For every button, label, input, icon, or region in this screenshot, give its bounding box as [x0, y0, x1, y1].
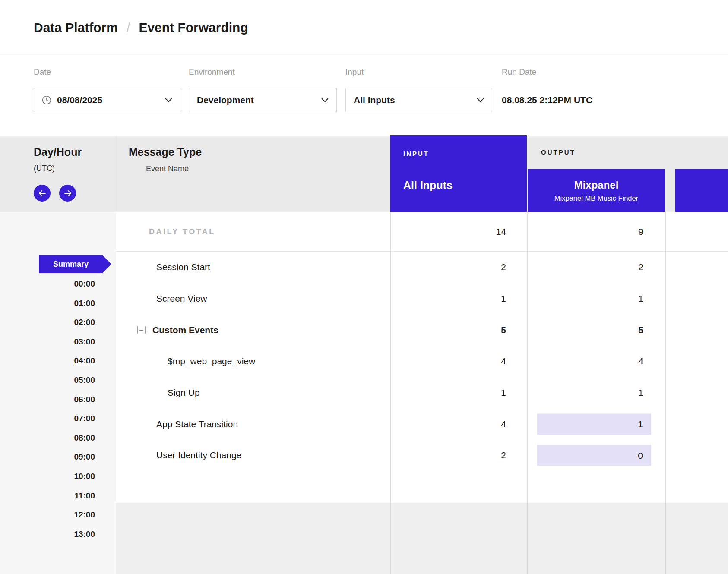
hour-item[interactable]: 08:00 — [0, 429, 95, 448]
hour-item[interactable]: 00:00 — [0, 274, 95, 294]
output-column-header-partial[interactable] — [675, 169, 728, 212]
date-filter-label: Date — [34, 67, 51, 77]
table-row: Session Start 2 2 — [116, 252, 728, 283]
input-select[interactable]: All Inputs — [345, 88, 492, 112]
event-name-subheader: Event Name — [146, 164, 189, 173]
input-count: 2 — [501, 450, 506, 460]
hour-item[interactable]: 12:00 — [0, 505, 95, 525]
event-name: Screen View — [156, 293, 207, 304]
output-column-header-mixpanel[interactable]: Mixpanel Mixpanel MB Music Finder — [528, 169, 665, 212]
event-group: Custom Events — [137, 325, 218, 335]
output-count: 5 — [638, 325, 643, 335]
previous-day-button[interactable] — [34, 185, 51, 202]
output-count-highlighted: 1 — [537, 413, 651, 435]
hour-item[interactable]: 06:00 — [0, 390, 95, 410]
table-row: Custom Events 5 5 — [116, 314, 728, 346]
hour-list: 00:00 01:00 02:00 03:00 04:00 05:00 06:0… — [0, 274, 95, 544]
output-count: 4 — [638, 356, 643, 366]
day-navigation — [34, 185, 76, 202]
day-hour-timezone: (UTC) — [34, 164, 55, 173]
daily-total-input-count: 14 — [496, 227, 506, 237]
input-count: 4 — [501, 356, 506, 366]
hour-item[interactable]: 11:00 — [0, 486, 95, 506]
summary-badge[interactable]: Summary — [39, 255, 103, 273]
hour-item[interactable]: 02:00 — [0, 313, 95, 332]
output-count: 1 — [638, 388, 643, 398]
chevron-down-icon — [477, 98, 484, 102]
table-row: Screen View 1 1 — [116, 283, 728, 315]
table-row: User Identity Change 2 0 — [116, 440, 728, 471]
hour-item[interactable]: 04:00 — [0, 351, 95, 371]
event-name: App State Transition — [156, 419, 238, 429]
event-name: Session Start — [156, 262, 210, 272]
event-rows: Session Start 2 2 Screen View 1 1 Custom… — [116, 252, 728, 471]
breadcrumb-separator: / — [127, 20, 130, 35]
environment-select[interactable]: Development — [189, 88, 337, 112]
daily-total-row: DAILY TOTAL 14 9 — [116, 212, 728, 252]
event-forwarding-page: Data Platform / Event Forwarding Date En… — [0, 0, 728, 574]
output-column-title: Mixpanel — [574, 179, 619, 191]
hour-item[interactable]: 07:00 — [0, 409, 95, 429]
input-count: 2 — [501, 262, 506, 272]
input-filter-label: Input — [345, 67, 364, 77]
table-row: Sign Up 1 1 — [116, 377, 728, 409]
breadcrumb-section[interactable]: Data Platform — [34, 20, 118, 35]
output-count: 2 — [638, 262, 643, 272]
event-name: $mp_web_page_view — [168, 356, 255, 366]
table-footer-background — [116, 503, 728, 574]
input-count: 5 — [501, 325, 506, 335]
input-select-value: All Inputs — [354, 95, 395, 105]
output-count: 1 — [638, 293, 643, 304]
hour-item[interactable]: 03:00 — [0, 332, 95, 352]
daily-total-output-count: 9 — [638, 227, 643, 237]
table-row: App State Transition 4 1 — [116, 408, 728, 440]
daily-total-label: DAILY TOTAL — [149, 227, 215, 236]
chevron-down-icon — [165, 98, 172, 102]
hour-item[interactable]: 13:00 — [0, 525, 95, 544]
event-name: Sign Up — [168, 388, 200, 398]
hour-item[interactable]: 05:00 — [0, 371, 95, 390]
run-date-value: 08.08.25 2:12PM UTC — [502, 88, 592, 112]
input-count: 1 — [501, 293, 506, 304]
arrow-right-icon — [64, 190, 72, 196]
environment-filter-label: Environment — [189, 67, 235, 77]
input-column-header: INPUT All Inputs — [390, 135, 527, 212]
input-count: 4 — [501, 419, 506, 429]
hour-item[interactable]: 01:00 — [0, 294, 95, 313]
output-column-subtitle: Mixpanel MB Music Finder — [554, 194, 638, 202]
date-select[interactable]: 08/08/2025 — [34, 88, 180, 112]
breadcrumb: Data Platform / Event Forwarding — [34, 0, 248, 55]
output-count-highlighted: 0 — [537, 445, 651, 466]
environment-select-value: Development — [197, 95, 254, 105]
hour-item[interactable]: 10:00 — [0, 467, 95, 486]
input-column-title: All Inputs — [403, 179, 453, 192]
top-bar: Data Platform / Event Forwarding — [0, 0, 728, 55]
event-group-name: Custom Events — [152, 325, 218, 335]
day-hour-header: Day/Hour — [34, 146, 82, 158]
output-kicker: OUTPUT — [541, 148, 576, 156]
message-type-header: Message Type — [129, 146, 202, 158]
next-day-button[interactable] — [59, 185, 76, 202]
date-select-value: 08/08/2025 — [57, 95, 102, 105]
minus-square-icon[interactable] — [137, 326, 146, 334]
table-row: $mp_web_page_view 4 4 — [116, 346, 728, 377]
run-date-label: Run Date — [502, 67, 536, 77]
arrow-left-icon — [38, 190, 46, 196]
clock-icon — [42, 95, 51, 105]
page-title: Event Forwarding — [139, 20, 248, 35]
hour-item[interactable]: 09:00 — [0, 448, 95, 467]
input-kicker: INPUT — [403, 150, 429, 157]
input-count: 1 — [501, 388, 506, 398]
event-name: User Identity Change — [156, 450, 241, 460]
chevron-down-icon — [321, 98, 329, 102]
